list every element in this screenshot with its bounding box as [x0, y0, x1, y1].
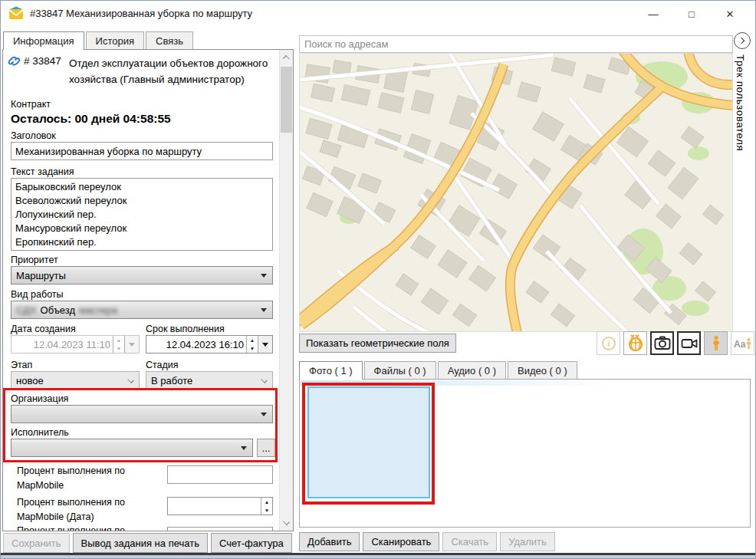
task-link-row: # 33847 Отдел эксплуатации объектов доро… [3, 50, 275, 96]
task-number[interactable]: # 33847 [24, 55, 61, 67]
task-text-area[interactable]: Барыковский переулок Всеволожский переул… [11, 178, 273, 251]
form-action-buttons: СохранитьВывод задания на печатьСчет-фак… [3, 533, 292, 553]
work-type-value: Объезд [41, 304, 75, 316]
created-date-value: 12.04.2023 11:10 [12, 339, 113, 350]
photo-panel [299, 379, 751, 528]
scrollbar-thumb[interactable] [281, 67, 292, 133]
executor-combobox[interactable] [11, 439, 253, 457]
window-controls: —□✕ [634, 1, 749, 27]
video-camera-icon[interactable] [677, 331, 701, 355]
due-date-field[interactable]: 12.04.2023 16:10 ▲▼ [146, 335, 273, 353]
button-удалить[interactable]: Удалить [500, 532, 555, 551]
work-type-label: Вид работы [11, 289, 64, 300]
title-field-label: Заголовок [11, 130, 56, 141]
link-icon[interactable] [8, 54, 21, 67]
combo-chevron-icon [261, 377, 267, 383]
scroll-up-icon[interactable] [283, 55, 290, 62]
button-сохранить[interactable]: Сохранить [3, 533, 70, 553]
attachments-tab-strip: Фото ( 1 )Файлы ( 0 )Аудио ( 0 )Видео ( … [299, 361, 579, 380]
pct-mapmobile-date-label: Процент выполнения по MapMobile (Дата) [17, 495, 161, 524]
button-добавить[interactable]: Добавить [299, 532, 360, 551]
map-toolbar: i Aa [597, 331, 754, 355]
maximize-button[interactable]: □ [672, 1, 711, 27]
executor-label: Исполнитель [11, 427, 69, 438]
attachment-action-buttons: ДобавитьСканироватьСкачатьУдалить [299, 532, 555, 551]
work-type-combobox[interactable]: СДХ Объезд мастера [11, 301, 273, 319]
svg-text:i: i [607, 339, 610, 348]
scroll-down-icon[interactable] [283, 518, 290, 525]
globe-strike-icon[interactable] [623, 331, 647, 355]
pct-cutoff-input[interactable] [167, 527, 273, 531]
due-date-value: 12.04.2023 16:10 [146, 339, 246, 350]
button-счет-фактура[interactable]: Счет-фактура [211, 533, 292, 553]
priority-combobox[interactable]: Маршруты [11, 266, 273, 284]
pct-cutoff-label: Процент выполнения по [17, 525, 161, 531]
work-type-redacted-suffix: мастера [79, 304, 117, 316]
button-сканировать[interactable]: Сканировать [363, 532, 439, 551]
info-panel-scrollbar[interactable] [279, 50, 293, 531]
stage-combobox[interactable]: новое [11, 371, 140, 390]
executor-browse-button[interactable]: ... [257, 439, 275, 457]
button-скачать[interactable]: Скачать [442, 532, 497, 551]
combo-arrow-icon [241, 446, 247, 450]
photo-camera-icon[interactable] [650, 331, 674, 355]
stage-value: новое [16, 375, 44, 386]
font-person-icon[interactable]: Aa [731, 331, 754, 355]
priority-label: Приоритет [11, 255, 58, 265]
title-input[interactable] [11, 142, 273, 160]
close-button[interactable]: ✕ [711, 1, 749, 27]
minimize-button[interactable]: — [634, 1, 672, 27]
photo-thumbnail-tile[interactable] [307, 386, 430, 498]
title-bar: #33847 Механизированная уборка по маршру… [1, 1, 755, 27]
priority-value: Маршруты [16, 270, 66, 281]
tab-связь[interactable]: Связь [146, 31, 193, 49]
chevron-right-icon [738, 38, 744, 44]
attach-tab-файлы[interactable]: Файлы ( 0 ) [364, 361, 436, 379]
info-panel: # 33847 Отдел эксплуатации объектов доро… [2, 49, 294, 531]
button-вывод-задания-на-печать[interactable]: Вывод задания на печать [73, 533, 208, 553]
pct-mapmobile-date-input[interactable]: ▲▼ [167, 497, 273, 515]
pct-mapmobile-label: Процент выполнения по MapMobile [17, 464, 161, 493]
stage-label: Этап [11, 360, 32, 370]
svg-text:Aa: Aa [734, 339, 746, 350]
user-track-panel-label[interactable]: Трек пользователя [735, 54, 746, 151]
attach-tab-фото[interactable]: Фото ( 1 ) [299, 361, 363, 380]
window-title: #33847 Механизированная уборка по маршру… [30, 8, 252, 19]
time-remaining: Осталось: 00 дней 04:58:55 [11, 112, 171, 126]
organization-combobox[interactable] [11, 405, 273, 423]
show-geometry-button[interactable]: Показать геометрические поля [299, 334, 456, 353]
tab-информация[interactable]: Информация [3, 31, 84, 50]
created-date-dropdown-icon [124, 336, 139, 353]
photo-thumbnail-image[interactable] [325, 413, 416, 485]
app-window: #33847 Механизированная уборка по маршру… [0, 0, 756, 559]
combo-arrow-icon [261, 413, 267, 416]
track-panel-expand-button[interactable] [734, 32, 751, 49]
address-search-input[interactable] [299, 35, 733, 53]
created-date-spinner: ▲▼ [113, 336, 124, 353]
created-date-label: Дата создания [11, 324, 76, 334]
combo-chevron-icon [127, 377, 133, 383]
attach-tab-аудио[interactable]: Аудио ( 0 ) [438, 361, 506, 379]
combo-arrow-icon [261, 308, 267, 312]
info-icon[interactable]: i [597, 331, 620, 355]
task-department: Отдел эксплуатации объектов дорожного хо… [69, 55, 270, 87]
task-text-label: Текст задания [11, 166, 74, 177]
pct-mapmobile-input[interactable] [167, 465, 273, 484]
map-image [300, 54, 733, 332]
tab-история[interactable]: История [86, 31, 144, 49]
pct-date-spinner[interactable]: ▲▼ [261, 498, 272, 515]
status-value: В работе [151, 375, 192, 386]
map-canvas[interactable] [299, 53, 733, 332]
due-date-dropdown-icon[interactable] [258, 336, 272, 353]
pedestrian-icon[interactable] [704, 331, 728, 355]
app-icon [8, 6, 24, 21]
organization-label: Организация [11, 393, 68, 404]
due-date-spinner[interactable]: ▲▼ [246, 336, 258, 353]
status-combobox[interactable]: В работе [146, 371, 273, 390]
window-bottom-edge [1, 553, 755, 558]
work-type-redacted-prefix: СДХ [16, 304, 37, 316]
contract-label: Контракт [11, 99, 51, 110]
attach-tab-видео[interactable]: Видео ( 0 ) [508, 361, 577, 379]
left-tab-strip: ИнформацияИсторияСвязь [3, 31, 195, 50]
due-date-label: Срок выполнения [146, 324, 225, 334]
